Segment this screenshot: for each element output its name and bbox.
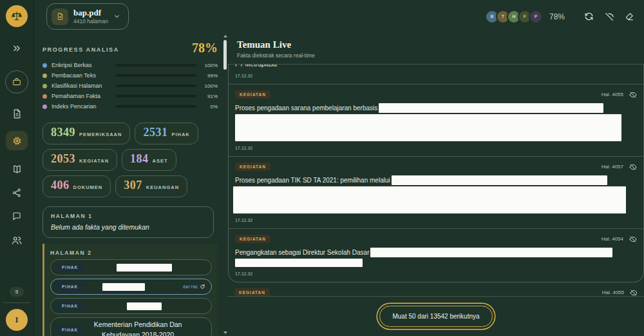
progress-dot [43, 63, 47, 68]
file-name: bap.pdf [73, 8, 108, 17]
app-window: 5 I bap.pdf 4410 halaman B [0, 0, 644, 336]
findings-title: Temuan Live [237, 39, 635, 50]
chevron-down-icon [113, 13, 120, 20]
scroll-down-arrow[interactable] [223, 331, 227, 334]
scrollbar-thumb[interactable] [223, 40, 227, 70]
stat-cards: 8349 PEMERIKSAAN 2531 PIHAK 2053 KEGIATA… [43, 123, 213, 197]
progress-section-title: PROGRESS ANALISA [43, 41, 119, 53]
stat-value: 307 [124, 179, 142, 192]
redacted-text [379, 103, 603, 113]
progress-percent: 100% [200, 83, 218, 89]
hide-finding-eye-off-icon[interactable] [629, 91, 637, 99]
sync-icon [200, 284, 205, 290]
page-ref: Hal. 4055 [601, 92, 623, 97]
progress-label: Klasifikasi Halaman [52, 83, 113, 89]
pihak-badge: PIHAK [57, 263, 83, 272]
user-avatar[interactable]: I [6, 309, 28, 331]
hide-finding-eye-off-icon[interactable] [629, 163, 637, 171]
file-selector[interactable]: bap.pdf 4410 halaman [46, 3, 129, 30]
finding-time: 17.12.32 [235, 272, 637, 276]
stat-card-aset[interactable]: 184 ASET [122, 149, 176, 171]
eye-off-icon[interactable] [604, 12, 614, 22]
library-book-icon[interactable] [12, 164, 23, 175]
refresh-icon[interactable] [584, 12, 594, 21]
chat-bubble-icon[interactable] [12, 211, 22, 221]
category-badge: KEGIATAN [235, 90, 270, 99]
scroll-up-arrow[interactable] [223, 35, 227, 37]
progress-bar [116, 64, 196, 66]
stat-card-pemeriksaan[interactable]: 8349 PEMERIKSAAN [43, 123, 130, 144]
stat-card-pihak[interactable]: 2531 PIHAK [135, 123, 198, 144]
finding-time: 17.12.32 [235, 146, 637, 150]
case-briefcase-button[interactable] [5, 70, 28, 94]
findings-group: PT Metraplasa 17.12.32 KEGIATAN Hal. 405… [228, 64, 644, 282]
stat-card-keuangan[interactable]: 307 KEUANGAN [115, 175, 187, 197]
avatar[interactable]: P [529, 10, 543, 24]
overall-progress-value: 78% [549, 12, 565, 21]
stat-card-kegiatan[interactable]: 2053 KEGIATAN [43, 149, 117, 171]
progress-row: Klasifikasi Halaman 100% [43, 81, 218, 91]
progress-label: Enkripsi Berkas [52, 62, 113, 68]
notification-count-badge: 5 [10, 287, 24, 297]
finding-time: 17.12.32 [235, 74, 637, 78]
document-icon[interactable] [12, 108, 23, 119]
people-icon[interactable] [11, 235, 23, 246]
analysis-panel: PROGRESS ANALISA 78% Enkripsi Berkas 100… [34, 33, 222, 336]
source-page-link[interactable]: dari Hal. [183, 284, 205, 290]
redacted-value [102, 283, 145, 291]
stat-label: KEUANGAN [146, 184, 179, 190]
finding-text: Proses pengadaan TIK SD TA 2021: pemilih… [235, 177, 390, 184]
stat-label: ASET [153, 158, 168, 164]
fact-item-pihak-highlighted[interactable]: PIHAK dari Hal. [50, 279, 212, 295]
progress-row: Enkripsi Berkas 100% [43, 60, 218, 70]
fact-item-pihak[interactable]: PIHAK Kementerian Pendidikan Dan Kebuday… [50, 317, 212, 336]
hide-finding-eye-off-icon[interactable] [629, 235, 637, 243]
progress-label: Pemahaman Fakta [52, 93, 113, 99]
scrollbar-track[interactable] [222, 39, 228, 330]
panel-scrollbar [222, 33, 228, 336]
app-logo-scales-icon[interactable] [6, 5, 28, 27]
topbar: bap.pdf 4410 halaman B T H F P 78% [34, 0, 644, 33]
finding-entry: KEGIATAN Hal. 4055 Pembatalan kontrak an… [228, 282, 644, 296]
page-1-empty-note: Belum ada fakta yang ditemukan [51, 223, 205, 231]
progress-percent: 99% [200, 73, 218, 79]
finding-text: Proses pengadaan sarana pembelajaran ber… [235, 104, 377, 112]
redacted-text [370, 248, 612, 257]
content: PROGRESS ANALISA 78% Enkripsi Berkas 100… [34, 33, 644, 336]
pihak-badge: PIHAK [57, 326, 83, 334]
findings-panel: Temuan Live Fakta diekstrak secara real-… [228, 33, 644, 336]
stat-card-dokumen[interactable]: 406 DOKUMEN [43, 175, 111, 197]
hide-finding-eye-off-icon[interactable] [630, 289, 638, 297]
fact-item-pihak[interactable]: PIHAK [50, 298, 212, 314]
progress-percent: 100% [200, 63, 218, 68]
sidebar: 5 I [0, 0, 34, 336]
page-2-section: HALAMAN 2 PIHAK PIHAK dari Hal. [43, 244, 218, 336]
progress-label: Pembacaan Teks [52, 72, 113, 79]
load-more-button[interactable]: Muat 50 dari 13542 berikutnya [379, 306, 492, 327]
progress-row: Pembacaan Teks 99% [43, 70, 218, 81]
redacted-text [392, 175, 607, 185]
collaborator-avatars: B T H F P [485, 10, 543, 24]
progress-dot [43, 74, 47, 78]
category-badge: KEGIATAN [234, 288, 270, 296]
stat-label: DOKUMEN [73, 184, 103, 190]
finding-entry: KEGIATAN Hal. 4055 Proses pengadaan sara… [229, 84, 643, 150]
progress-bar [116, 95, 196, 97]
expand-sidebar-icon[interactable] [12, 44, 21, 53]
findings-list: PT Metraplasa 17.12.32 KEGIATAN Hal. 405… [228, 64, 644, 296]
share-network-icon[interactable] [12, 188, 22, 198]
finding-entry-partial: PT Metraplasa 17.12.32 [229, 64, 643, 78]
analysis-chip-icon[interactable] [6, 131, 28, 150]
redacted-value [117, 264, 172, 272]
fact-item-pihak[interactable]: PIHAK [50, 259, 212, 275]
page-1-card: HALAMAN 1 Belum ada fakta yang ditemukan [43, 206, 214, 238]
page-ref: Hal. 4054 [601, 236, 623, 242]
progress-row: Indeks Pencarian 0% [43, 101, 218, 112]
fact-text: Kementerian Pendidikan Dan Kebudayaan 20… [83, 319, 205, 336]
findings-header: Temuan Live Fakta diekstrak secara real-… [228, 33, 644, 64]
redacted-block [235, 259, 363, 267]
eraser-icon[interactable] [625, 12, 634, 21]
page-2-title: HALAMAN 2 [50, 250, 212, 256]
stat-value: 2531 [143, 126, 167, 139]
file-page-count: 4410 halaman [73, 18, 108, 25]
